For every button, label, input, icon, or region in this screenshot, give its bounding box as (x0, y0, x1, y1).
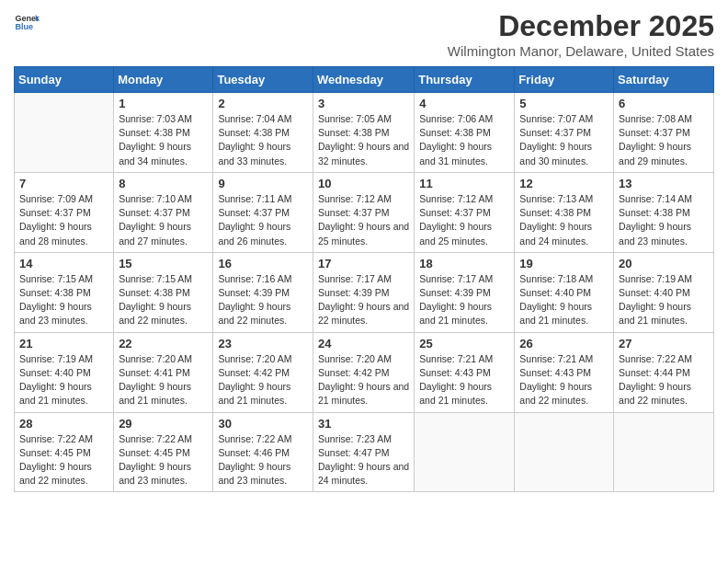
calendar-cell: 23Sunrise: 7:20 AMSunset: 4:42 PMDayligh… (213, 332, 313, 412)
day-number: 15 (119, 257, 208, 270)
day-info: Sunrise: 7:03 AMSunset: 4:38 PMDaylight:… (119, 112, 208, 168)
day-number: 17 (318, 257, 409, 270)
calendar-cell: 31Sunrise: 7:23 AMSunset: 4:47 PMDayligh… (313, 412, 414, 492)
calendar-cell: 14Sunrise: 7:15 AMSunset: 4:38 PMDayligh… (15, 252, 114, 332)
calendar-week-4: 21Sunrise: 7:19 AMSunset: 4:40 PMDayligh… (15, 332, 714, 412)
calendar-cell (515, 412, 614, 492)
day-info: Sunrise: 7:16 AMSunset: 4:39 PMDaylight:… (218, 272, 308, 328)
calendar-cell (614, 412, 714, 492)
calendar-cell: 24Sunrise: 7:20 AMSunset: 4:42 PMDayligh… (313, 332, 414, 412)
calendar-cell: 30Sunrise: 7:22 AMSunset: 4:46 PMDayligh… (213, 412, 313, 492)
day-of-week-monday: Monday (114, 67, 213, 93)
day-info: Sunrise: 7:07 AMSunset: 4:37 PMDaylight:… (519, 112, 609, 168)
day-number: 23 (218, 337, 308, 350)
day-info: Sunrise: 7:06 AMSunset: 4:38 PMDaylight:… (419, 112, 509, 168)
day-number: 9 (218, 177, 308, 190)
day-number: 7 (19, 177, 108, 190)
calendar-cell (15, 93, 114, 173)
day-number: 12 (519, 177, 609, 190)
day-number: 31 (318, 417, 409, 431)
calendar-cell: 6Sunrise: 7:08 AMSunset: 4:37 PMDaylight… (614, 93, 714, 173)
svg-text:Blue: Blue (15, 22, 33, 31)
page-header: General Blue December 2025 Wilmington Ma… (14, 9, 714, 59)
calendar-cell: 1Sunrise: 7:03 AMSunset: 4:38 PMDaylight… (114, 93, 213, 173)
day-number: 18 (419, 257, 509, 270)
day-number: 26 (519, 337, 609, 350)
calendar-week-1: 1Sunrise: 7:03 AMSunset: 4:38 PMDaylight… (15, 93, 714, 173)
day-number: 1 (119, 97, 208, 110)
calendar-cell: 27Sunrise: 7:22 AMSunset: 4:44 PMDayligh… (614, 332, 714, 412)
day-of-week-thursday: Thursday (415, 67, 515, 93)
day-info: Sunrise: 7:22 AMSunset: 4:44 PMDaylight:… (619, 352, 709, 408)
calendar-table: SundayMondayTuesdayWednesdayThursdayFrid… (14, 66, 714, 492)
day-of-week-sunday: Sunday (15, 67, 114, 93)
calendar-cell: 28Sunrise: 7:22 AMSunset: 4:45 PMDayligh… (15, 412, 114, 492)
day-number: 25 (419, 337, 509, 350)
day-info: Sunrise: 7:14 AMSunset: 4:38 PMDaylight:… (619, 192, 709, 248)
day-info: Sunrise: 7:19 AMSunset: 4:40 PMDaylight:… (19, 352, 108, 408)
title-block: December 2025 Wilmington Manor, Delaware… (448, 9, 714, 59)
calendar-cell: 22Sunrise: 7:20 AMSunset: 4:41 PMDayligh… (114, 332, 213, 412)
day-number: 3 (318, 97, 409, 110)
day-info: Sunrise: 7:23 AMSunset: 4:47 PMDaylight:… (318, 432, 409, 488)
day-info: Sunrise: 7:04 AMSunset: 4:38 PMDaylight:… (218, 112, 308, 168)
day-info: Sunrise: 7:22 AMSunset: 4:45 PMDaylight:… (119, 432, 208, 488)
day-info: Sunrise: 7:10 AMSunset: 4:37 PMDaylight:… (119, 192, 208, 248)
day-info: Sunrise: 7:17 AMSunset: 4:39 PMDaylight:… (419, 272, 509, 328)
day-number: 14 (19, 257, 108, 270)
day-number: 6 (619, 97, 709, 110)
calendar-cell: 25Sunrise: 7:21 AMSunset: 4:43 PMDayligh… (415, 332, 515, 412)
day-info: Sunrise: 7:20 AMSunset: 4:41 PMDaylight:… (119, 352, 208, 408)
calendar-header-row: SundayMondayTuesdayWednesdayThursdayFrid… (15, 67, 714, 93)
calendar-cell: 3Sunrise: 7:05 AMSunset: 4:38 PMDaylight… (313, 93, 414, 173)
day-number: 19 (519, 257, 609, 270)
day-info: Sunrise: 7:19 AMSunset: 4:40 PMDaylight:… (619, 272, 709, 328)
calendar-cell: 11Sunrise: 7:12 AMSunset: 4:37 PMDayligh… (415, 172, 515, 252)
calendar-cell (415, 412, 515, 492)
calendar-cell: 19Sunrise: 7:18 AMSunset: 4:40 PMDayligh… (515, 252, 614, 332)
day-info: Sunrise: 7:20 AMSunset: 4:42 PMDaylight:… (218, 352, 308, 408)
calendar-week-5: 28Sunrise: 7:22 AMSunset: 4:45 PMDayligh… (15, 412, 714, 492)
day-number: 30 (218, 417, 308, 431)
day-number: 20 (619, 257, 709, 270)
day-of-week-wednesday: Wednesday (313, 67, 414, 93)
calendar-cell: 20Sunrise: 7:19 AMSunset: 4:40 PMDayligh… (614, 252, 714, 332)
day-number: 8 (119, 177, 208, 190)
day-number: 28 (19, 417, 108, 431)
day-number: 21 (19, 337, 108, 350)
calendar-cell: 7Sunrise: 7:09 AMSunset: 4:37 PMDaylight… (15, 172, 114, 252)
logo: General Blue (14, 9, 40, 35)
day-number: 22 (119, 337, 208, 350)
calendar-cell: 26Sunrise: 7:21 AMSunset: 4:43 PMDayligh… (515, 332, 614, 412)
calendar-cell: 18Sunrise: 7:17 AMSunset: 4:39 PMDayligh… (415, 252, 515, 332)
calendar-cell: 5Sunrise: 7:07 AMSunset: 4:37 PMDaylight… (515, 93, 614, 173)
calendar-week-3: 14Sunrise: 7:15 AMSunset: 4:38 PMDayligh… (15, 252, 714, 332)
day-info: Sunrise: 7:20 AMSunset: 4:42 PMDaylight:… (318, 352, 409, 408)
calendar-cell: 4Sunrise: 7:06 AMSunset: 4:38 PMDaylight… (415, 93, 515, 173)
calendar-cell: 2Sunrise: 7:04 AMSunset: 4:38 PMDaylight… (213, 93, 313, 173)
day-info: Sunrise: 7:22 AMSunset: 4:45 PMDaylight:… (19, 432, 108, 488)
calendar-cell: 29Sunrise: 7:22 AMSunset: 4:45 PMDayligh… (114, 412, 213, 492)
day-info: Sunrise: 7:17 AMSunset: 4:39 PMDaylight:… (318, 272, 409, 328)
day-number: 13 (619, 177, 709, 190)
day-info: Sunrise: 7:08 AMSunset: 4:37 PMDaylight:… (619, 112, 709, 168)
logo-icon: General Blue (14, 9, 40, 35)
calendar-cell: 12Sunrise: 7:13 AMSunset: 4:38 PMDayligh… (515, 172, 614, 252)
day-number: 11 (419, 177, 509, 190)
day-info: Sunrise: 7:12 AMSunset: 4:37 PMDaylight:… (318, 192, 409, 248)
location: Wilmington Manor, Delaware, United State… (448, 43, 714, 59)
day-info: Sunrise: 7:15 AMSunset: 4:38 PMDaylight:… (19, 272, 108, 328)
day-of-week-tuesday: Tuesday (213, 67, 313, 93)
day-number: 29 (119, 417, 208, 431)
calendar-cell: 17Sunrise: 7:17 AMSunset: 4:39 PMDayligh… (313, 252, 414, 332)
day-info: Sunrise: 7:15 AMSunset: 4:38 PMDaylight:… (119, 272, 208, 328)
day-info: Sunrise: 7:21 AMSunset: 4:43 PMDaylight:… (519, 352, 609, 408)
day-info: Sunrise: 7:18 AMSunset: 4:40 PMDaylight:… (519, 272, 609, 328)
calendar-cell: 21Sunrise: 7:19 AMSunset: 4:40 PMDayligh… (15, 332, 114, 412)
calendar-week-2: 7Sunrise: 7:09 AMSunset: 4:37 PMDaylight… (15, 172, 714, 252)
calendar-cell: 16Sunrise: 7:16 AMSunset: 4:39 PMDayligh… (213, 252, 313, 332)
day-number: 27 (619, 337, 709, 350)
day-number: 2 (218, 97, 308, 110)
day-info: Sunrise: 7:12 AMSunset: 4:37 PMDaylight:… (419, 192, 509, 248)
day-info: Sunrise: 7:22 AMSunset: 4:46 PMDaylight:… (218, 432, 308, 488)
